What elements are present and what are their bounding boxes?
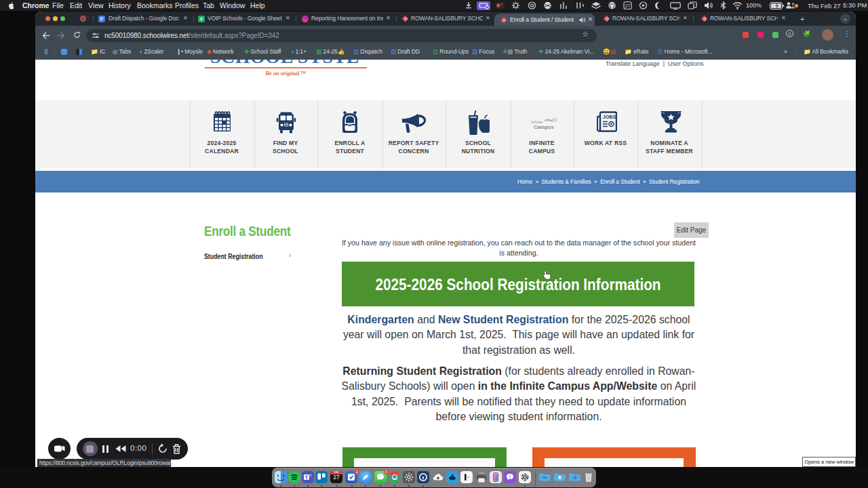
svg-text:T: T bbox=[305, 474, 309, 479]
svg-text:!: ! bbox=[509, 474, 511, 479]
svg-text:27: 27 bbox=[625, 3, 631, 8]
svg-text:JOBS: JOBS bbox=[603, 114, 616, 120]
svg-text:Campus: Campus bbox=[534, 124, 554, 130]
svg-text:i: i bbox=[574, 476, 574, 479]
